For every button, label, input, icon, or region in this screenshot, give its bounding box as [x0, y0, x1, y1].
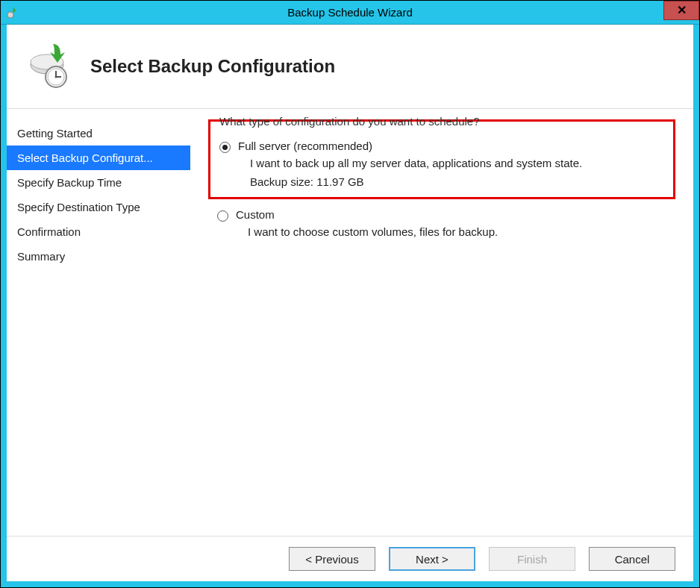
config-question: What type of configuration do you want t…	[219, 115, 664, 128]
page-heading: Select Backup Configuration	[90, 56, 335, 77]
radio-custom[interactable]	[217, 210, 228, 222]
option-full-desc: I want to back up all my server data, ap…	[250, 157, 664, 169]
option-full-title: Full server (recommended)	[238, 140, 664, 152]
finish-button: Finish	[489, 547, 575, 571]
step-summary[interactable]: Summary	[7, 244, 190, 269]
wizard-steps-sidebar: Getting Started Select Backup Configurat…	[7, 109, 190, 536]
step-specify-destination-type[interactable]: Specify Destination Type	[7, 195, 190, 219]
option-custom-desc: I want to choose custom volumes, files f…	[248, 225, 666, 238]
radio-full-server[interactable]	[219, 142, 231, 153]
previous-button[interactable]: < Previous	[289, 547, 375, 571]
step-getting-started[interactable]: Getting Started	[7, 121, 190, 146]
wizard-header: Select Backup Configuration	[7, 25, 693, 109]
option-full-server[interactable]: Full server (recommended) I want to back…	[210, 138, 673, 190]
title-bar: Backup Schedule Wizard ✕	[1, 1, 699, 25]
option-custom-title: Custom	[236, 208, 666, 221]
step-specify-backup-time[interactable]: Specify Backup Time	[7, 170, 190, 195]
step-confirmation[interactable]: Confirmation	[7, 219, 190, 244]
svg-point-7	[55, 76, 57, 78]
cancel-button[interactable]: Cancel	[589, 547, 675, 571]
highlighted-region: What type of configuration do you want t…	[208, 119, 675, 199]
option-full-size: Backup size: 11.97 GB	[250, 175, 664, 188]
next-button[interactable]: Next >	[389, 547, 475, 571]
step-select-backup-configuration[interactable]: Select Backup Configurat...	[7, 146, 190, 170]
window-title: Backup Schedule Wizard	[1, 6, 699, 19]
option-custom[interactable]: Custom I want to choose custom volumes, …	[208, 207, 675, 240]
wizard-footer: < Previous Next > Finish Cancel	[7, 536, 693, 581]
backup-clock-icon	[25, 43, 72, 90]
wizard-content: What type of configuration do you want t…	[190, 109, 693, 536]
